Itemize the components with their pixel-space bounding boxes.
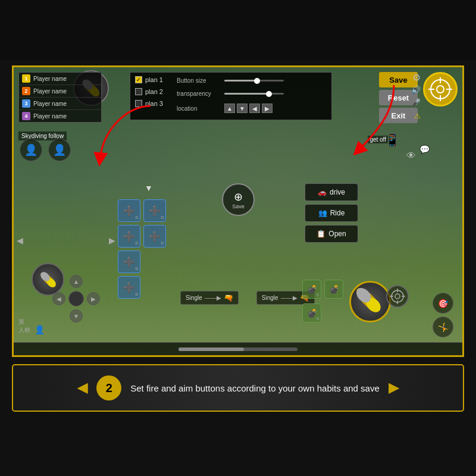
- main-container: 1 Player name 2 Player name 3 Player nam…: [0, 0, 476, 476]
- medkit-6[interactable]: ➕0: [118, 276, 140, 299]
- medkit-grid: ➕0 ➕0 ➕0 ➕0 ➕0 ➕0: [118, 199, 167, 299]
- caption-text: Set fire and aim buttons according to yo…: [130, 383, 380, 393]
- soldier-icon-1[interactable]: 🎯: [433, 293, 453, 314]
- dpad-center: [68, 291, 84, 306]
- ride-icon: 👥: [318, 209, 327, 217]
- mic-icon[interactable]: 🎤: [411, 98, 421, 107]
- settings-panel: ✓ plan 1 plan 2 plan 3 Button si: [130, 72, 332, 120]
- button-size-label: Button size: [177, 77, 224, 84]
- speaker-icon[interactable]: 🔊: [411, 85, 421, 94]
- bullet-circle-big[interactable]: [349, 281, 391, 322]
- crosshair-icon-bottom: [389, 288, 406, 305]
- transparency-label: transparency: [177, 90, 224, 97]
- player-num-3: 3: [22, 99, 30, 108]
- grenade-2[interactable]: 💣: [324, 280, 343, 299]
- location-label: location: [177, 105, 224, 112]
- crosshair-icon: [427, 76, 453, 102]
- player-name-4: Player name: [33, 113, 67, 120]
- save-circle-icon: ⊕: [234, 190, 243, 203]
- svg-point-16: [395, 294, 400, 299]
- single-buttons: Single ——▶ 🔫 Single ——▶ 🔫: [180, 291, 315, 305]
- plan-2-label: plan 2: [145, 88, 172, 95]
- caption-left-arrow: ◀: [77, 380, 87, 396]
- nav-arrow-right[interactable]: ▶: [109, 236, 115, 245]
- player-name-1: Player name: [33, 76, 67, 82]
- player-item-3: 3 Player name: [19, 98, 101, 110]
- player-num-4: 4: [22, 112, 30, 120]
- medkit-2[interactable]: ➕0: [143, 199, 166, 222]
- location-slider[interactable]: location ▲ ▼ ◀ ▶: [177, 104, 284, 113]
- button-size-slider[interactable]: Button size: [177, 77, 284, 84]
- caption-icon-label: 2: [106, 381, 112, 395]
- grenade-area: 💣0 💣 💣0: [302, 280, 343, 322]
- player-list: 1 Player name 2 Player name 3 Player nam…: [18, 72, 102, 123]
- player-item-4: 4 Player name: [19, 110, 101, 122]
- grenade-3[interactable]: 💣0: [302, 303, 321, 322]
- drive-label: drive: [330, 188, 345, 196]
- player-num-1: 1: [22, 74, 30, 83]
- button-size-track[interactable]: [224, 80, 284, 82]
- crosshair-button-bottom[interactable]: [386, 285, 409, 308]
- small-icon-bottom-left-2: 第人称: [18, 318, 30, 334]
- player-item-1: 1 Player name: [19, 73, 101, 85]
- dpad[interactable]: ▲ ▼ ◀ ▶: [52, 275, 100, 322]
- red-arrow-right: [346, 79, 406, 159]
- caption-right-arrow: ▶: [389, 380, 399, 396]
- soldier-icons: 🎯 🤸: [433, 293, 453, 337]
- transparency-track[interactable]: [224, 93, 284, 95]
- player-icon-2: 👤: [48, 139, 71, 161]
- plan-1-checkbox[interactable]: ✓: [135, 76, 142, 83]
- medkit-3[interactable]: ➕0: [118, 225, 140, 248]
- small-icon-bottom-left: 👤: [35, 325, 45, 334]
- chevron-down-icon[interactable]: ▼: [145, 183, 153, 193]
- action-panel: 🚗 drive 👥 Ride 📋 Open: [305, 183, 358, 243]
- caption-area: ◀ 2 Set fire and aim buttons according t…: [12, 364, 464, 412]
- dpad-up[interactable]: ▲: [70, 275, 83, 288]
- game-area: 1 Player name 2 Player name 3 Player nam…: [12, 65, 464, 357]
- svg-point-4: [437, 86, 444, 93]
- open-button[interactable]: 📋 Open: [305, 225, 358, 243]
- dpad-down[interactable]: ▼: [70, 309, 83, 322]
- gear-icon[interactable]: ⚙: [412, 72, 421, 83]
- plan-row-1[interactable]: ✓ plan 1: [135, 76, 172, 83]
- player-silhouettes: 👤 👤: [20, 139, 71, 161]
- single-label-1: Single: [186, 295, 202, 301]
- single-arrow-2: ——▶: [281, 295, 298, 301]
- ride-button[interactable]: 👥 Ride: [305, 204, 358, 222]
- player-num-2: 2: [22, 87, 30, 95]
- plan-2-checkbox[interactable]: [135, 88, 142, 95]
- transparency-slider[interactable]: transparency: [177, 90, 284, 97]
- save-circle-label: Save: [232, 203, 245, 209]
- crosshair-button-top[interactable]: [423, 72, 458, 107]
- single-arrow-1: ——▶: [205, 295, 221, 301]
- drive-button[interactable]: 🚗 drive: [305, 183, 358, 201]
- red-arrow-left: [91, 100, 156, 174]
- medkit-1[interactable]: ➕0: [118, 199, 140, 222]
- player-name-2: Player name: [33, 88, 67, 95]
- player-icon-1: 👤: [20, 139, 42, 161]
- bottom-bar: [14, 342, 462, 355]
- medkit-empty: [143, 250, 166, 273]
- chat-icon[interactable]: 💬: [419, 145, 430, 154]
- medkit-5[interactable]: ➕0: [118, 250, 140, 273]
- grenade-1[interactable]: 💣0: [302, 280, 321, 299]
- single-btn-1[interactable]: Single ——▶ 🔫: [180, 291, 239, 305]
- open-icon: 📋: [317, 230, 325, 238]
- warning-icon: ⚠: [414, 112, 421, 120]
- top-area: [0, 0, 476, 60]
- save-circle[interactable]: ⊕ Save: [222, 183, 255, 216]
- plan-row-2[interactable]: plan 2: [135, 88, 172, 95]
- single-label-2: Single: [262, 295, 278, 301]
- dpad-right[interactable]: ▶: [87, 292, 100, 305]
- nav-arrow-left[interactable]: ◀: [17, 236, 23, 245]
- drive-icon: 🚗: [318, 188, 327, 196]
- eye-icon[interactable]: 👁: [406, 151, 416, 161]
- player-item-2: 2 Player name: [19, 85, 101, 98]
- progress-bar: [178, 347, 298, 351]
- open-label: Open: [328, 230, 346, 238]
- progress-bar-fill: [178, 347, 244, 351]
- medkit-4[interactable]: ➕0: [143, 225, 166, 248]
- player-name-3: Player name: [33, 101, 67, 107]
- soldier-icon-2[interactable]: 🤸: [433, 317, 453, 337]
- dpad-left[interactable]: ◀: [52, 292, 65, 305]
